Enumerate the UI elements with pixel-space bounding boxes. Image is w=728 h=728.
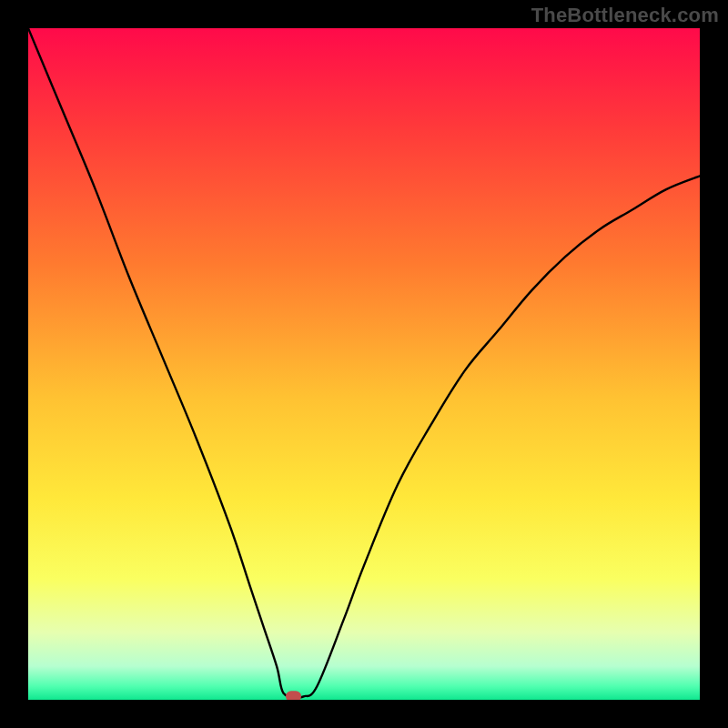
gradient-background bbox=[28, 28, 700, 700]
plot-area bbox=[28, 28, 700, 700]
chart-frame: TheBottleneck.com bbox=[0, 0, 728, 728]
watermark-label: TheBottleneck.com bbox=[531, 4, 719, 27]
optimal-marker bbox=[286, 691, 301, 700]
bottleneck-chart bbox=[28, 28, 700, 700]
